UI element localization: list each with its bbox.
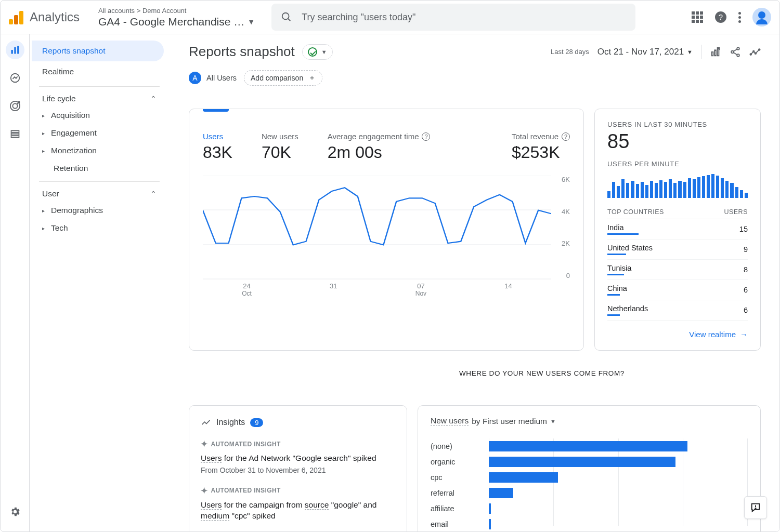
sidebar-item-realtime[interactable]: Realtime xyxy=(32,61,164,82)
svg-point-21 xyxy=(750,54,751,55)
insights-header[interactable]: Insights 9 xyxy=(201,417,395,428)
help-icon[interactable]: ? xyxy=(562,132,570,141)
svg-point-22 xyxy=(753,50,755,52)
arrow-right-icon: → xyxy=(740,330,748,339)
more-vert-icon[interactable] xyxy=(738,12,741,23)
search-icon xyxy=(281,11,292,23)
dimension-selector[interactable]: New users by First user medium ▼ xyxy=(431,416,748,426)
users-per-minute-sparkline xyxy=(607,173,748,198)
medium-bar-row[interactable]: (none) xyxy=(431,438,748,454)
realtime-country-row[interactable]: Netherlands6 xyxy=(607,300,748,321)
sidebar: Reports snapshot Realtime Life cycle ⌃ ▸… xyxy=(30,34,170,531)
report-status-chip[interactable]: ▼ xyxy=(302,44,333,60)
sidebar-item-monetization[interactable]: ▸Monetization xyxy=(32,142,164,159)
svg-point-0 xyxy=(282,13,289,20)
caret-right-icon: ▸ xyxy=(42,113,45,118)
svg-line-19 xyxy=(733,49,737,51)
sidebar-item-acquisition[interactable]: ▸Acquisition xyxy=(32,107,164,124)
search-placeholder: Try searching "users today" xyxy=(302,12,415,23)
feedback-button[interactable] xyxy=(744,496,767,519)
svg-rect-6 xyxy=(17,46,19,54)
segment-row: A All Users Add comparison ＋ xyxy=(189,70,761,86)
realtime-col-countries: TOP COUNTRIES xyxy=(607,208,664,216)
chevron-up-icon: ⌃ xyxy=(150,95,157,103)
insights-count-badge: 9 xyxy=(250,418,263,427)
apps-icon[interactable] xyxy=(692,11,703,23)
sparkle-icon: ✦ xyxy=(201,439,207,449)
rail-admin-icon[interactable] xyxy=(6,502,24,521)
users-trend-chart: 6K4K2K0 24Oct3107Nov14 xyxy=(203,176,570,295)
rail-explore-icon[interactable] xyxy=(6,69,24,87)
chevron-down-icon: ▼ xyxy=(321,49,327,55)
rail-configure-icon[interactable] xyxy=(6,125,24,143)
metric-avg-engagement[interactable]: Average engagement time ? 2m 00s xyxy=(328,132,431,162)
svg-point-30 xyxy=(755,508,756,509)
sidebar-item-engagement[interactable]: ▸Engagement xyxy=(32,124,164,142)
search-input[interactable]: Try searching "users today" xyxy=(271,4,635,31)
medium-bar-row[interactable]: organic xyxy=(431,454,748,470)
rail-advertising-icon[interactable] xyxy=(6,97,24,115)
app-header: Analytics All accounts > Demo Account GA… xyxy=(1,1,779,34)
realtime-card: USERS IN LAST 30 MINUTES 85 USERS PER MI… xyxy=(594,109,761,351)
share-icon[interactable] xyxy=(730,46,741,58)
medium-bar-row[interactable]: email xyxy=(431,516,748,531)
caret-right-icon: ▸ xyxy=(42,148,45,154)
sidebar-group-user[interactable]: User ⌃ xyxy=(32,186,164,202)
header-actions: ? xyxy=(692,8,771,26)
svg-point-23 xyxy=(755,52,757,54)
svg-rect-14 xyxy=(714,50,716,56)
metric-new-users[interactable]: New users 70K xyxy=(262,132,298,162)
segment-chip[interactable]: A All Users xyxy=(189,72,237,84)
insight-item[interactable]: ✦AUTOMATED INSIGHTUsers for the Ad Netwo… xyxy=(201,439,395,474)
realtime-title: USERS IN LAST 30 MINUTES xyxy=(607,121,748,128)
medium-bar-row[interactable]: cpc xyxy=(431,470,748,485)
help-icon[interactable]: ? xyxy=(714,11,727,23)
svg-rect-5 xyxy=(14,47,16,54)
help-icon[interactable]: ? xyxy=(422,132,430,141)
caret-right-icon: ▸ xyxy=(42,225,45,231)
realtime-country-row[interactable]: Tunisia8 xyxy=(607,260,748,280)
metric-users[interactable]: Users 83K xyxy=(203,132,232,162)
new-users-bar-chart: (none)organiccpcreferralaffiliateemail xyxy=(431,438,748,531)
realtime-country-row[interactable]: United States9 xyxy=(607,240,748,260)
plus-icon: ＋ xyxy=(308,73,316,83)
svg-point-24 xyxy=(759,49,760,50)
caret-right-icon: ▸ xyxy=(42,208,45,214)
check-circle-icon xyxy=(308,47,317,57)
metric-total-revenue[interactable]: Total revenue ? $253K xyxy=(512,132,570,162)
chevron-down-icon: ▼ xyxy=(248,18,255,26)
customize-report-icon[interactable] xyxy=(710,46,721,58)
sidebar-item-demographics[interactable]: ▸Demographics xyxy=(32,202,164,219)
medium-bar-row[interactable]: referral xyxy=(431,485,748,501)
sidebar-item-tech[interactable]: ▸Tech xyxy=(32,219,164,237)
svg-rect-11 xyxy=(11,133,19,135)
sidebar-item-reports-snapshot[interactable]: Reports snapshot xyxy=(32,41,164,61)
logo-block: Analytics xyxy=(9,10,92,24)
realtime-country-row[interactable]: India15 xyxy=(607,219,748,240)
svg-line-1 xyxy=(288,19,291,21)
svg-text:?: ? xyxy=(719,12,723,21)
date-range-picker[interactable]: Oct 21 - Nov 17, 2021 ▼ xyxy=(597,47,693,57)
chevron-down-icon: ▼ xyxy=(687,49,693,55)
medium-bar-row[interactable]: affiliate xyxy=(431,501,748,516)
insight-item[interactable]: ✦AUTOMATED INSIGHTUsers for the campaign… xyxy=(201,486,395,522)
account-picker[interactable]: All accounts > Demo Account GA4 - Google… xyxy=(92,7,261,28)
sidebar-group-life-cycle[interactable]: Life cycle ⌃ xyxy=(32,91,164,107)
analytics-logo-icon xyxy=(9,10,23,24)
rail-reports-icon[interactable] xyxy=(6,41,24,59)
add-comparison-button[interactable]: Add comparison ＋ xyxy=(244,70,322,86)
svg-rect-12 xyxy=(11,136,19,137)
property-name: GA4 - Google Merchandise … xyxy=(98,16,244,28)
realtime-country-row[interactable]: China6 xyxy=(607,280,748,300)
insights-icon[interactable] xyxy=(749,46,761,58)
realtime-col-users: USERS xyxy=(724,208,748,216)
page-header: Reports snapshot ▼ Last 28 days Oct 21 -… xyxy=(189,44,761,60)
account-avatar[interactable] xyxy=(752,8,771,26)
segment-badge: A xyxy=(189,72,201,84)
sparkle-icon: ✦ xyxy=(201,486,207,496)
svg-rect-10 xyxy=(11,130,19,132)
view-realtime-link[interactable]: View realtime → xyxy=(607,330,748,339)
sidebar-item-retention[interactable]: Retention xyxy=(32,159,164,177)
chevron-down-icon: ▼ xyxy=(550,418,556,424)
nav-rail xyxy=(1,34,30,531)
